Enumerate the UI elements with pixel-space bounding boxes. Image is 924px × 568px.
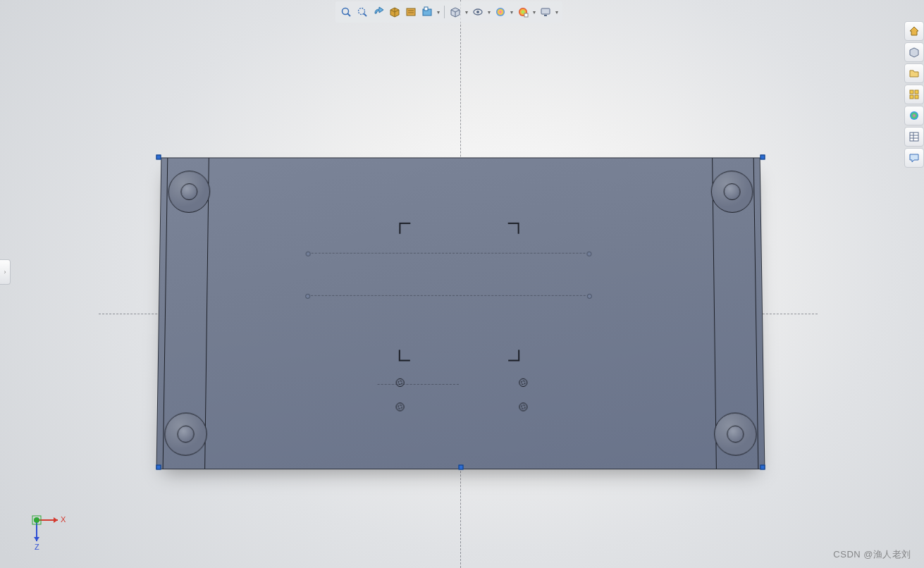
watermark-text: CSDN @渔人老刘 xyxy=(833,548,911,561)
svg-rect-25 xyxy=(32,516,41,524)
file-explorer-icon[interactable] xyxy=(904,63,924,83)
home-icon[interactable] xyxy=(904,21,924,41)
svg-rect-16 xyxy=(910,95,913,99)
svg-point-9 xyxy=(496,8,505,16)
side-rail-left xyxy=(163,158,209,469)
design-library-icon[interactable] xyxy=(904,42,924,62)
tapped-hole xyxy=(396,378,405,387)
task-pane xyxy=(904,21,924,168)
counterbore-hole xyxy=(168,171,210,213)
svg-rect-13 xyxy=(544,15,547,16)
svg-rect-12 xyxy=(541,8,550,14)
dropdown-caret-icon[interactable]: ▾ xyxy=(554,9,560,16)
svg-rect-15 xyxy=(915,90,918,94)
view-settings-icon[interactable] xyxy=(419,4,435,20)
sketch-point xyxy=(305,294,310,299)
graphics-viewport xyxy=(0,0,924,568)
view-heads-up-toolbar: ▾ ▾ ▾ ▾ ▾ ▾ xyxy=(335,1,562,23)
align-mark xyxy=(399,223,410,234)
axis-horizontal xyxy=(99,314,818,314)
dropdown-caret-icon[interactable]: ▾ xyxy=(464,9,469,16)
svg-rect-14 xyxy=(910,90,913,94)
dynamic-annotation-icon[interactable] xyxy=(403,4,419,20)
view-screen-icon[interactable] xyxy=(538,4,553,20)
tapped-hole xyxy=(519,402,527,411)
zoom-area-icon[interactable] xyxy=(355,4,370,20)
align-mark xyxy=(508,350,519,361)
section-view-icon[interactable] xyxy=(387,4,402,20)
svg-rect-19 xyxy=(910,132,918,141)
counterbore-hole xyxy=(714,413,757,456)
dropdown-caret-icon[interactable]: ▾ xyxy=(436,9,441,16)
sketch-point xyxy=(306,252,311,257)
edit-appearance-icon[interactable] xyxy=(493,4,508,20)
custom-props-icon[interactable] xyxy=(904,127,924,147)
svg-point-18 xyxy=(910,111,918,120)
axis-z-label: Z xyxy=(35,543,39,551)
align-mark xyxy=(399,350,410,361)
model-plate[interactable] xyxy=(159,157,763,467)
dropdown-caret-icon[interactable]: ▾ xyxy=(509,9,515,16)
dropdown-caret-icon[interactable]: ▾ xyxy=(531,9,537,16)
sketch-line xyxy=(307,295,589,296)
selection-handle[interactable] xyxy=(156,465,161,470)
feature-manager-flyout[interactable]: › xyxy=(0,259,11,285)
sketch-line xyxy=(378,384,459,385)
tapped-hole xyxy=(519,378,527,387)
axis-vertical xyxy=(460,0,461,568)
svg-rect-6 xyxy=(424,7,428,11)
appearances-icon[interactable] xyxy=(904,106,924,125)
forum-icon[interactable] xyxy=(904,148,924,168)
svg-rect-11 xyxy=(524,13,528,17)
svg-point-8 xyxy=(476,11,479,13)
zoom-to-fit-icon[interactable] xyxy=(338,4,354,20)
sketch-point xyxy=(587,294,592,299)
previous-view-icon[interactable] xyxy=(371,4,386,20)
dropdown-caret-icon[interactable]: ▾ xyxy=(486,9,492,16)
selection-handle[interactable] xyxy=(760,155,765,160)
selection-handle[interactable] xyxy=(156,155,161,160)
display-style-icon[interactable] xyxy=(448,4,463,20)
svg-rect-17 xyxy=(915,95,918,99)
svg-point-24 xyxy=(34,517,39,523)
svg-marker-21 xyxy=(54,517,58,523)
sketch-line xyxy=(308,253,589,254)
selection-handle[interactable] xyxy=(458,465,463,470)
apply-scene-icon[interactable] xyxy=(515,4,531,20)
svg-line-1 xyxy=(347,13,350,16)
tapped-hole xyxy=(396,402,405,411)
orientation-triad: X Z xyxy=(27,510,69,552)
align-mark xyxy=(508,223,519,234)
sketch-point xyxy=(586,252,591,257)
svg-marker-23 xyxy=(34,537,39,541)
svg-line-3 xyxy=(364,13,366,16)
counterbore-hole xyxy=(710,171,753,213)
view-palette-icon[interactable] xyxy=(904,85,924,104)
counterbore-hole xyxy=(164,413,207,456)
hide-show-icon[interactable] xyxy=(470,4,486,20)
svg-rect-4 xyxy=(407,8,415,16)
side-rail-right xyxy=(712,158,758,469)
axis-x-label: X xyxy=(61,515,66,524)
selection-handle[interactable] xyxy=(760,465,765,470)
